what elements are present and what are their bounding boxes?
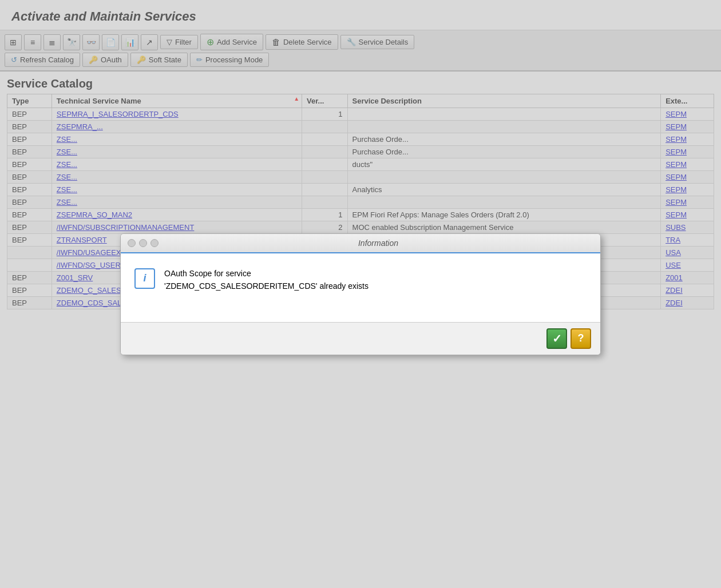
modal-footer: ✓ ? <box>121 322 600 355</box>
modal-help-button[interactable]: ? <box>571 328 591 349</box>
modal-dialog: Information i OAuth Scope for service 'Z… <box>120 233 601 355</box>
info-icon: i <box>134 268 155 289</box>
help-question-icon: ? <box>578 332 584 344</box>
ok-checkmark-icon: ✓ <box>552 332 562 345</box>
modal-overlay: Information i OAuth Scope for service 'Z… <box>0 0 721 588</box>
traffic-light-close <box>128 239 136 247</box>
modal-title: Information <box>163 239 593 248</box>
modal-message-line2: 'ZDEMO_CDS_SALESORDERITEM_CDS' already e… <box>164 280 369 292</box>
modal-message-line1: OAuth Scope for service <box>164 267 369 280</box>
modal-body: i OAuth Scope for service 'ZDEMO_CDS_SAL… <box>121 253 600 322</box>
traffic-light-minimize <box>139 239 147 247</box>
modal-message: OAuth Scope for service 'ZDEMO_CDS_SALES… <box>164 267 369 293</box>
modal-ok-button[interactable]: ✓ <box>546 328 567 349</box>
traffic-light-maximize <box>150 239 159 247</box>
traffic-lights <box>128 239 159 247</box>
modal-titlebar: Information <box>121 234 600 253</box>
